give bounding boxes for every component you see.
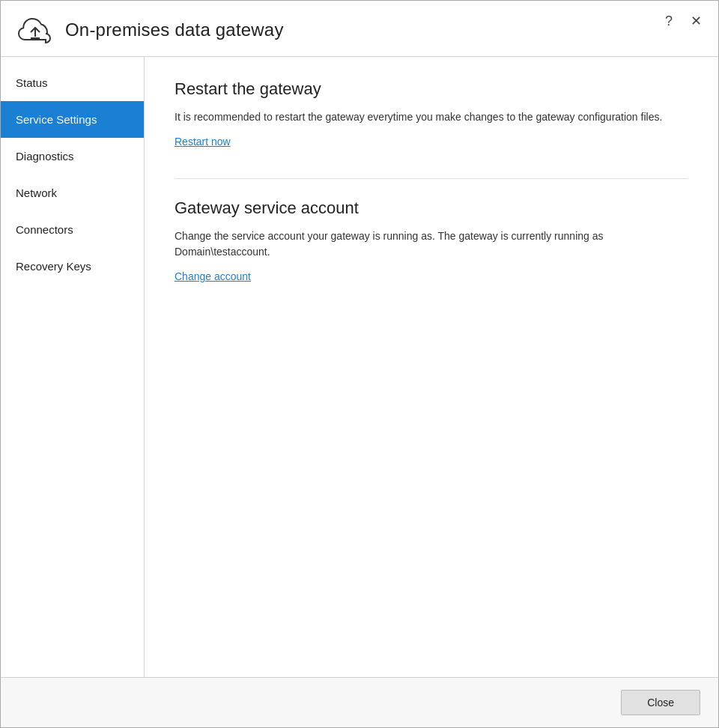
sidebar-item-status[interactable]: Status [1, 64, 144, 101]
restart-now-link[interactable]: Restart now [175, 136, 231, 148]
sidebar-item-diagnostics[interactable]: Diagnostics [1, 138, 144, 175]
main-panel: Restart the gateway It is recommended to… [145, 57, 718, 677]
content-area: Status Service Settings Diagnostics Netw… [1, 57, 718, 677]
restart-description: It is recommended to restart the gateway… [175, 109, 684, 126]
cloud-upload-icon [16, 14, 55, 46]
sidebar-item-recovery-keys[interactable]: Recovery Keys [1, 248, 144, 285]
help-button[interactable]: ? [661, 13, 677, 29]
sidebar-item-network[interactable]: Network [1, 175, 144, 211]
account-description: Change the service account your gateway … [175, 228, 684, 261]
bottom-bar: Close [1, 677, 718, 727]
change-account-link[interactable]: Change account [175, 270, 251, 282]
app-window: On-premises data gateway ? ✕ Status Serv… [0, 0, 719, 728]
sidebar-item-connectors[interactable]: Connectors [1, 211, 144, 248]
close-button[interactable]: Close [621, 690, 700, 715]
restart-section: Restart the gateway It is recommended to… [175, 79, 688, 148]
window-controls: ? ✕ [661, 13, 706, 29]
account-title: Gateway service account [175, 198, 688, 218]
section-divider [175, 178, 688, 179]
restart-title: Restart the gateway [175, 79, 688, 99]
close-window-button[interactable]: ✕ [686, 13, 706, 29]
title-bar: On-premises data gateway ? ✕ [1, 1, 718, 57]
account-section: Gateway service account Change the servi… [175, 198, 688, 283]
sidebar: Status Service Settings Diagnostics Netw… [1, 57, 145, 677]
app-title: On-premises data gateway [65, 19, 284, 40]
sidebar-item-service-settings[interactable]: Service Settings [1, 101, 144, 138]
